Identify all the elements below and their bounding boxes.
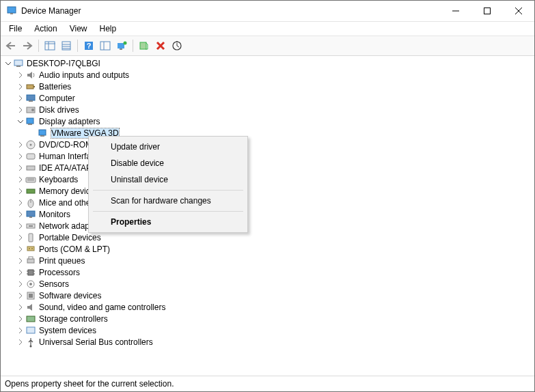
expander-closed-icon[interactable] xyxy=(16,107,25,113)
expander-closed-icon[interactable] xyxy=(16,95,25,102)
expander-closed-icon[interactable] xyxy=(16,339,25,346)
monitor-icon xyxy=(25,209,36,220)
tree-category[interactable]: Sound, video and game controllers xyxy=(3,301,532,313)
tree-category[interactable]: Print queues xyxy=(3,255,532,266)
tree-category[interactable]: Human Interface Devices xyxy=(3,150,532,162)
tree-category[interactable]: Memory devices xyxy=(3,185,532,197)
tree-category-display[interactable]: Display adapters xyxy=(3,115,532,127)
tree-category[interactable]: Disk drives xyxy=(3,104,532,115)
memory-icon xyxy=(25,186,36,197)
expander-closed-icon[interactable] xyxy=(16,153,25,160)
expander-closed-icon[interactable] xyxy=(16,246,25,253)
toolbar-separator xyxy=(77,40,78,52)
show-hide-tree-button[interactable] xyxy=(42,38,57,53)
expander-closed-icon[interactable] xyxy=(16,211,25,218)
svg-rect-36 xyxy=(27,154,35,159)
svg-rect-0 xyxy=(8,7,16,13)
svg-rect-20 xyxy=(140,42,146,49)
scan-hardware-button-tb[interactable] xyxy=(169,38,184,53)
tree-category[interactable]: Monitors xyxy=(3,208,532,220)
expander-closed-icon[interactable] xyxy=(16,327,25,334)
device-tree[interactable]: DESKTOP-I7QLBGI Audio inputs and outputs… xyxy=(1,56,534,376)
tree-category[interactable]: DVD/CD-ROM drives xyxy=(3,139,532,150)
svg-rect-15 xyxy=(100,42,110,50)
context-menu: Update driver Disable device Uninstall d… xyxy=(88,136,248,233)
help-button[interactable]: ? xyxy=(81,38,96,53)
tree-label: Storage controllers xyxy=(39,314,108,324)
expander-closed-icon[interactable] xyxy=(16,234,25,241)
expander-open-icon[interactable] xyxy=(3,60,13,67)
menu-view[interactable]: View xyxy=(64,23,93,35)
expander-closed-icon[interactable] xyxy=(16,141,25,148)
expander-closed-icon[interactable] xyxy=(16,316,25,322)
svg-point-35 xyxy=(30,143,32,145)
expander-open-icon[interactable] xyxy=(16,118,25,125)
disk-icon xyxy=(25,104,36,115)
context-menu-update-driver[interactable]: Update driver xyxy=(90,139,246,155)
expander-closed-icon[interactable] xyxy=(16,281,25,288)
back-button[interactable] xyxy=(3,38,18,53)
tree-device-selected[interactable]: VMware SVGA 3D xyxy=(3,127,532,139)
expander-closed-icon[interactable] xyxy=(16,304,25,311)
svg-rect-18 xyxy=(120,48,122,50)
expander-closed-icon[interactable] xyxy=(16,72,25,79)
expander-closed-icon[interactable] xyxy=(16,257,25,264)
tree-root[interactable]: DESKTOP-I7QLBGI xyxy=(3,57,532,69)
expander-closed-icon[interactable] xyxy=(16,269,25,276)
window-title: Device Manager xyxy=(21,6,440,16)
expander-closed-icon[interactable] xyxy=(16,83,25,90)
processor-icon xyxy=(25,267,36,278)
display-adapter-icon xyxy=(38,128,49,139)
expander-closed-icon[interactable] xyxy=(16,292,25,299)
tree-category[interactable]: Computer xyxy=(3,92,532,104)
tree-category[interactable]: Mice and other pointing devices xyxy=(3,197,532,208)
tree-category[interactable]: IDE ATA/ATAPI controllers xyxy=(3,162,532,173)
expander-closed-icon[interactable] xyxy=(16,188,25,195)
svg-point-65 xyxy=(30,345,32,347)
tree-category[interactable]: Universal Serial Bus controllers xyxy=(3,336,532,348)
context-menu-disable-device[interactable]: Disable device xyxy=(90,155,246,171)
svg-rect-26 xyxy=(27,95,35,100)
scan-button-tb[interactable] xyxy=(98,38,113,53)
tree-category[interactable]: Audio inputs and outputs xyxy=(3,69,532,81)
menu-file[interactable]: File xyxy=(3,23,27,35)
expander-closed-icon[interactable] xyxy=(16,165,25,171)
forward-button[interactable] xyxy=(20,38,35,53)
tree-category[interactable]: Processors xyxy=(3,266,532,278)
close-button[interactable] xyxy=(503,1,534,21)
window-controls xyxy=(440,1,534,21)
context-menu-properties[interactable]: Properties xyxy=(90,214,246,230)
menu-help[interactable]: Help xyxy=(94,23,122,35)
menu-action[interactable]: Action xyxy=(29,23,62,35)
context-menu-scan-hardware[interactable]: Scan for hardware changes xyxy=(90,193,246,209)
tree-label: Disk drives xyxy=(39,105,79,115)
context-menu-uninstall-device[interactable]: Uninstall device xyxy=(90,171,246,188)
expander-closed-icon[interactable] xyxy=(16,223,25,229)
tree-category[interactable]: System devices xyxy=(3,324,532,336)
app-icon xyxy=(6,5,17,18)
titlebar: Device Manager xyxy=(1,1,534,22)
tree-category[interactable]: Batteries xyxy=(3,81,532,92)
svg-rect-32 xyxy=(39,130,46,135)
tree-category[interactable]: Storage controllers xyxy=(3,313,532,324)
tree-category[interactable]: Ports (COM & LPT) xyxy=(3,243,532,255)
uninstall-device-button-tb[interactable] xyxy=(153,38,168,53)
maximize-button[interactable] xyxy=(471,1,503,21)
context-menu-separator xyxy=(93,211,243,212)
network-icon xyxy=(25,221,36,232)
svg-rect-53 xyxy=(29,257,33,259)
tree-category[interactable]: Sensors xyxy=(3,278,532,290)
tree-category[interactable]: Portable Devices xyxy=(3,232,532,243)
properties-button[interactable] xyxy=(59,38,74,53)
update-driver-button-tb[interactable] xyxy=(114,38,129,53)
expander-closed-icon[interactable] xyxy=(16,176,25,183)
svg-rect-47 xyxy=(29,225,33,227)
ide-icon xyxy=(25,163,36,173)
enable-device-button-tb[interactable] xyxy=(137,38,152,53)
minimize-button[interactable] xyxy=(440,1,471,21)
tree-category[interactable]: Software devices xyxy=(3,290,532,301)
expander-closed-icon[interactable] xyxy=(16,199,25,206)
tree-category[interactable]: Keyboards xyxy=(3,173,532,185)
tree-category[interactable]: Network adapters xyxy=(3,220,532,232)
tree-label: System devices xyxy=(39,326,96,335)
